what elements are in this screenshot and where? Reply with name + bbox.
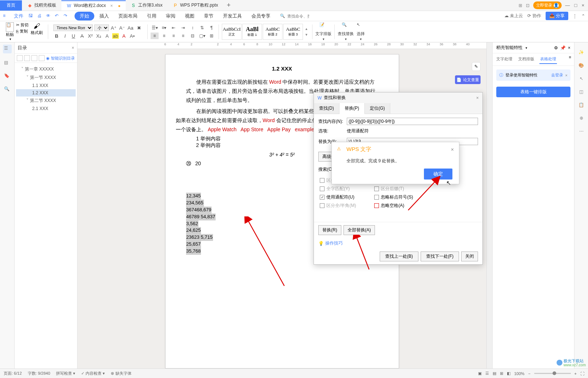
- tab-home[interactable]: 首页: [0, 0, 22, 11]
- apps-icon[interactable]: ⊡: [526, 3, 530, 8]
- collab-button[interactable]: ⟳ 协作: [527, 13, 541, 19]
- style-h3[interactable]: AaBbC标题 3: [283, 24, 303, 40]
- text-layout-button[interactable]: 📝 文字排版▾: [315, 22, 331, 41]
- find-prev-button[interactable]: 查找上一处(B): [380, 252, 418, 261]
- right-tab[interactable]: 文档排版: [517, 55, 535, 64]
- replace-button[interactable]: 替换(R): [318, 225, 341, 235]
- format-painter[interactable]: 🖌 格式刷: [31, 22, 43, 41]
- toc-item[interactable]: 1.1 XXX: [16, 82, 76, 89]
- zoom-slider[interactable]: [534, 373, 571, 374]
- copy-button[interactable]: ⎘ 复制: [16, 29, 29, 34]
- toc-item[interactable]: 1.2 XXX: [16, 89, 76, 97]
- indent-icon[interactable]: ⇥: [179, 24, 187, 31]
- zoom-in-icon[interactable]: +: [574, 371, 577, 376]
- tab-doc[interactable]: WWord教程2.docx×●: [61, 0, 126, 11]
- bookmark-icon[interactable]: 🔖: [4, 73, 11, 80]
- sort-icon[interactable]: ⇅: [198, 24, 206, 31]
- command-search[interactable]: 🔍: [280, 14, 309, 18]
- align-left-icon[interactable]: ≡: [151, 33, 159, 39]
- view-mode-icon[interactable]: ▤: [493, 371, 496, 376]
- bold-button[interactable]: B: [53, 33, 60, 39]
- toc-btn2[interactable]: [24, 55, 30, 61]
- outdent-icon[interactable]: ⇤: [170, 24, 178, 31]
- right-tab[interactable]: 表格处理: [539, 55, 557, 64]
- tab-xls[interactable]: S工作簿3.xlsx: [126, 0, 168, 11]
- decrease-font-icon[interactable]: A⁻: [119, 25, 125, 31]
- font-effect-button[interactable]: A: [104, 33, 110, 39]
- dialog-close-icon[interactable]: ×: [476, 95, 479, 101]
- font-family-select[interactable]: Times New Roman: [53, 24, 93, 31]
- minimize-icon[interactable]: —: [565, 3, 570, 8]
- justify-icon[interactable]: ≡: [179, 33, 187, 39]
- view-mode-icon[interactable]: ⊞: [500, 371, 503, 376]
- style-icon[interactable]: 🎨: [578, 63, 584, 68]
- view-mode-icon[interactable]: ▣: [478, 371, 482, 376]
- close-window-icon[interactable]: ×: [581, 3, 584, 8]
- clear-format-icon[interactable]: ✖: [136, 25, 142, 31]
- grid-icon[interactable]: ⊞: [519, 3, 522, 8]
- spell-check[interactable]: 拼写检查 ▾: [56, 371, 75, 376]
- tab-replace[interactable]: 替换(P): [339, 103, 365, 114]
- strike-button[interactable]: A̶: [79, 33, 85, 39]
- zoom-value[interactable]: 100%: [514, 371, 524, 376]
- menu-member[interactable]: 会员专享: [247, 12, 275, 20]
- menu-review[interactable]: 审阅: [162, 12, 180, 20]
- tab-template[interactable]: ◆找稻壳模板: [22, 0, 61, 11]
- bullets-icon[interactable]: ☰▾: [151, 24, 159, 31]
- toc-item[interactable]: ˅第一章 XXXXX: [16, 65, 76, 73]
- paper-check-button[interactable]: 📄论文查重: [455, 75, 481, 84]
- layers-icon[interactable]: ◫: [579, 89, 583, 94]
- find-next-button[interactable]: 查找下一处(F): [421, 252, 459, 261]
- missing-font[interactable]: ⊗ 缺失字体: [111, 371, 131, 376]
- zoom-out-icon[interactable]: −: [528, 371, 530, 376]
- toc-btn4[interactable]: [39, 55, 45, 61]
- style-h2[interactable]: AaBbC标题 2: [263, 24, 282, 40]
- pages-icon[interactable]: ▤: [4, 60, 11, 67]
- close-icon[interactable]: ×: [565, 73, 568, 78]
- print-icon[interactable]: 🖨: [37, 13, 43, 19]
- style-down-icon[interactable]: ▼: [305, 33, 308, 37]
- more-tools-icon[interactable]: ⋯: [579, 129, 584, 134]
- menu-chapter[interactable]: 章节: [200, 12, 218, 20]
- maximize-icon[interactable]: □: [574, 3, 577, 8]
- ok-button[interactable]: 确定: [424, 169, 452, 179]
- menu-icon[interactable]: ≡: [3, 13, 9, 19]
- menu-ref[interactable]: 引用: [143, 12, 161, 20]
- replace-all-button[interactable]: 全部替换(A): [344, 225, 375, 235]
- toc-item[interactable]: 2.1 XXX: [16, 105, 76, 112]
- cut-button[interactable]: ✂ 剪切: [16, 22, 29, 28]
- view-mode-icon[interactable]: ◧: [507, 371, 511, 376]
- menu-insert[interactable]: 插入: [95, 12, 113, 20]
- super-button[interactable]: X²: [87, 33, 94, 39]
- gear-icon[interactable]: ⚙: [554, 45, 558, 50]
- close-button[interactable]: 关闭: [461, 252, 478, 261]
- check-punct[interactable]: 忽略标点符号(S): [374, 194, 413, 200]
- panel-close-icon[interactable]: ×: [72, 45, 74, 50]
- undo-icon[interactable]: ↶: [55, 13, 61, 19]
- align-center-icon[interactable]: ≡: [160, 33, 168, 39]
- outline-icon[interactable]: ☰: [3, 45, 12, 53]
- tab-ppt[interactable]: PWPS PPT教程.pptx: [168, 0, 223, 11]
- ruler[interactable]: 642246810121416182022242628303234363840: [77, 42, 486, 49]
- increase-font-icon[interactable]: A⁺: [110, 25, 117, 31]
- view-mode-icon[interactable]: ☰: [485, 371, 489, 376]
- tab-add[interactable]: +: [223, 1, 234, 9]
- target-icon[interactable]: ⊕: [580, 116, 583, 121]
- smart-toc-button[interactable]: ◉智能识别目录: [46, 56, 75, 61]
- menu-start[interactable]: 开始: [75, 12, 94, 20]
- font-color-button[interactable]: A: [121, 33, 127, 39]
- login-button[interactable]: 立即登录👤: [533, 1, 562, 9]
- select-button[interactable]: ↖ 选择▾: [357, 22, 365, 41]
- italic-button[interactable]: I: [62, 33, 68, 39]
- panel-close-icon[interactable]: ×: [568, 45, 570, 50]
- assistant-icon[interactable]: ✨: [578, 50, 584, 55]
- style-up-icon[interactable]: ▲: [305, 27, 308, 31]
- toc-btn1[interactable]: [17, 55, 23, 61]
- login-link[interactable]: 去登录: [551, 72, 563, 78]
- font-size-select[interactable]: 小四: [94, 24, 109, 31]
- shading-button[interactable]: A▪: [129, 33, 136, 39]
- clipboard-panel-icon[interactable]: 📋: [578, 102, 584, 107]
- border-icon[interactable]: ▢▾: [198, 33, 206, 39]
- tab-find[interactable]: 查找(D): [314, 103, 339, 114]
- check-space[interactable]: 忽略空格(A): [374, 203, 413, 209]
